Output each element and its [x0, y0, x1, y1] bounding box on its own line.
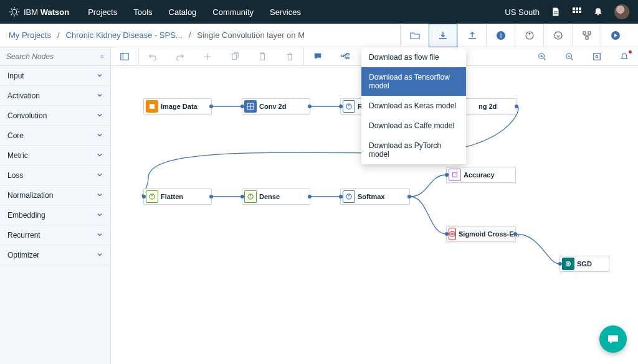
activation-icon: [343, 100, 355, 113]
flatten-icon: [146, 190, 158, 203]
avatar[interactable]: [614, 4, 629, 19]
chevron-down-icon: [97, 171, 103, 180]
chevron-down-icon: [97, 231, 103, 240]
dd-tensorflow[interactable]: Download as Tensorflow model: [361, 67, 466, 96]
zoom-fit-button[interactable]: [583, 47, 611, 66]
node-sigmoid-cross-entropy[interactable]: Sigmoid Cross-E...: [446, 226, 516, 242]
node-image-data[interactable]: Image Data: [143, 98, 212, 114]
document-icon[interactable]: [551, 7, 561, 17]
info-button[interactable]: i: [486, 24, 515, 47]
svg-rect-12: [583, 32, 586, 34]
svg-rect-5: [576, 11, 578, 13]
crumb-actions: i: [400, 24, 629, 47]
svg-point-27: [596, 55, 598, 58]
cloud-button[interactable]: [543, 24, 572, 47]
svg-point-0: [12, 9, 17, 14]
category-input[interactable]: Input: [0, 66, 110, 86]
dd-pytorch[interactable]: Download as PyTorch model: [361, 136, 466, 164]
nav-services[interactable]: Services: [270, 7, 301, 17]
category-label: Input: [7, 72, 24, 80]
svg-rect-19: [260, 53, 265, 60]
nav-links: Projects Tools Catalog Community Service…: [88, 7, 301, 17]
category-normalization[interactable]: Normalization: [0, 185, 110, 205]
category-label: Loss: [7, 171, 23, 180]
paste-button[interactable]: [249, 47, 276, 66]
search-input[interactable]: [6, 52, 100, 61]
category-embedding[interactable]: Embedding: [0, 205, 110, 225]
comment-button[interactable]: [304, 47, 331, 66]
zoom-in-button[interactable]: [528, 47, 556, 66]
svg-rect-1: [573, 7, 575, 10]
tree-button[interactable]: [572, 24, 601, 47]
chevron-down-icon: [97, 191, 103, 200]
svg-rect-2: [576, 7, 578, 10]
dd-flow-file[interactable]: Download as flow file: [361, 47, 466, 67]
brand-logo[interactable]: IBM Watson: [9, 6, 69, 17]
chevron-down-icon: [97, 151, 103, 160]
category-convolution[interactable]: Convolution: [0, 106, 110, 126]
node-accuracy[interactable]: Accuracy: [446, 167, 516, 183]
delete-button[interactable]: [276, 47, 303, 66]
upload-button[interactable]: [457, 24, 486, 47]
sidebar-toggle-button[interactable]: [111, 47, 138, 66]
chat-icon: [607, 333, 619, 345]
dd-keras[interactable]: Download as Keras model: [361, 96, 466, 116]
flow-canvas[interactable]: Image Data Conv 2d R… ng 2d: [111, 66, 638, 364]
redo-button[interactable]: [166, 47, 194, 66]
node-conv2d[interactable]: Conv 2d: [242, 98, 310, 114]
main: InputActivationConvolutionCoreMetricLoss…: [0, 47, 638, 364]
category-activation[interactable]: Activation: [0, 86, 110, 106]
category-metric[interactable]: Metric: [0, 146, 110, 166]
category-core[interactable]: Core: [0, 126, 110, 146]
grid-icon[interactable]: [572, 7, 582, 17]
category-optimizer[interactable]: Optimizer: [0, 245, 110, 265]
category-loss[interactable]: Loss: [0, 166, 110, 185]
node-flatten[interactable]: Flatten: [143, 189, 212, 205]
brand-text: IBM Watson: [24, 7, 69, 17]
canvas-wrap: Image Data Conv 2d R… ng 2d: [111, 47, 638, 364]
add-button[interactable]: [194, 47, 221, 66]
zoom-out-button[interactable]: [556, 47, 583, 66]
svg-rect-18: [232, 54, 237, 59]
nav-community[interactable]: Community: [212, 7, 254, 17]
watson-icon: [9, 6, 20, 17]
download-button[interactable]: [429, 24, 457, 47]
node-label: ng 2d: [465, 103, 503, 110]
node-sgd[interactable]: SGD: [559, 256, 609, 272]
nav-projects[interactable]: Projects: [88, 7, 117, 17]
input-icon: [146, 100, 158, 113]
nav-catalog[interactable]: Catalog: [169, 7, 197, 17]
copy-button[interactable]: [221, 47, 249, 66]
crumb-sep: /: [57, 30, 60, 40]
top-nav: IBM Watson Projects Tools Catalog Commun…: [0, 0, 638, 24]
svg-rect-21: [341, 55, 344, 57]
category-recurrent[interactable]: Recurrent: [0, 225, 110, 245]
node-dense[interactable]: Dense: [242, 189, 310, 205]
svg-rect-23: [347, 57, 350, 58]
chevron-down-icon: [97, 111, 103, 120]
undo-button[interactable]: [139, 47, 166, 66]
palette-button[interactable]: [515, 24, 543, 47]
node-label: Image Data: [161, 103, 204, 110]
chevron-down-icon: [97, 131, 103, 140]
crumb-project[interactable]: Chronic Kidney Disease - SPS...: [66, 30, 183, 40]
node-softmax[interactable]: Softmax: [340, 189, 410, 205]
bell-icon[interactable]: [593, 7, 603, 17]
category-label: Embedding: [7, 211, 45, 220]
optimizer-icon: [562, 258, 574, 270]
dd-caffe[interactable]: Download as Caffe model: [361, 116, 466, 136]
svg-rect-17: [121, 53, 128, 60]
region-selector[interactable]: US South: [505, 7, 540, 17]
notifications-button[interactable]: [611, 47, 638, 66]
nav-tools[interactable]: Tools: [133, 7, 152, 17]
open-folder-button[interactable]: [400, 24, 429, 47]
category-label: Core: [7, 131, 24, 140]
crumb-current: Single Convolution layer on M: [197, 30, 305, 40]
loss-icon: [449, 228, 456, 240]
node-label: SGD: [577, 260, 598, 268]
chat-fab[interactable]: [599, 325, 627, 353]
download-dropdown: Download as flow file Download as Tensor…: [361, 47, 466, 164]
run-button[interactable]: [601, 24, 629, 47]
crumb-root[interactable]: My Projects: [9, 30, 51, 40]
layout-button[interactable]: [331, 47, 359, 66]
